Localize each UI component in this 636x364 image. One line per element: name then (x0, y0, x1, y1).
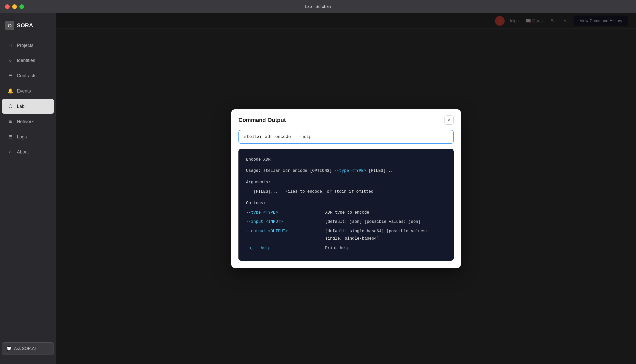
ask-ai-label: Ask SOR.AI (14, 346, 36, 351)
sidebar-item-network-label: Network (17, 119, 34, 124)
logs-icon: ☰ (8, 134, 13, 140)
terminal-output: Encode XDR Usage: stellar xdr encode [OP… (238, 149, 454, 261)
main-content: T tolga 📖 Docs ↻ ☀ View Command History … (56, 13, 636, 364)
modal-overlay: Command Output ✕ Encode XDR Usage: stell… (56, 13, 636, 364)
modal-close-button[interactable]: ✕ (444, 115, 454, 125)
window-controls (5, 4, 24, 9)
logo-text: SORA (17, 22, 33, 29)
sidebar-item-lab-label: Lab (17, 104, 24, 109)
terminal-option-type: --type <TYPE> XDR type to encode (246, 209, 446, 216)
minimize-dot[interactable] (12, 4, 17, 9)
terminal-line-1: Encode XDR (246, 156, 446, 163)
events-icon: 🔔 (8, 88, 13, 94)
sidebar-item-projects[interactable]: □ Projects (2, 38, 54, 53)
ask-ai-icon: 💬 (6, 346, 11, 351)
sidebar-item-network[interactable]: ≋ Network (2, 114, 54, 129)
maximize-dot[interactable] (19, 4, 24, 9)
identities-icon: ○ (8, 58, 13, 63)
command-input[interactable] (238, 130, 454, 144)
sidebar-footer: 💬 Ask SOR.AI (0, 338, 56, 359)
logo-icon: ⬡ (5, 21, 14, 30)
sidebar-item-contracts[interactable]: ☰ Contracts (2, 68, 54, 83)
terminal-option-help: -h, --help Print help (246, 244, 446, 252)
sidebar-item-projects-label: Projects (17, 43, 33, 48)
sidebar-item-about[interactable]: ○ About (2, 145, 54, 159)
titlebar: Lab - Soroban (0, 0, 636, 13)
sidebar-nav: □ Projects ○ Identities ☰ Contracts 🔔 Ev… (0, 38, 56, 160)
projects-icon: □ (8, 43, 13, 48)
sidebar-item-lab[interactable]: ⬡ Lab (2, 99, 54, 114)
app-layout: ⬡ SORA □ Projects ○ Identities ☰ Contrac… (0, 13, 636, 364)
sidebar-item-events[interactable]: 🔔 Events (2, 84, 54, 98)
network-icon: ≋ (8, 119, 13, 124)
sidebar-item-contracts-label: Contracts (17, 73, 36, 79)
terminal-options-label: Options: (246, 200, 446, 207)
command-output-modal: Command Output ✕ Encode XDR Usage: stell… (231, 109, 461, 268)
sidebar-item-logs-label: Logs (17, 134, 27, 140)
window-title: Lab - Soroban (305, 4, 331, 9)
terminal-usage-line: Usage: stellar xdr encode [OPTIONS] --ty… (246, 167, 446, 175)
sidebar-item-identities-label: Identities (17, 58, 35, 63)
sidebar-logo: ⬡ SORA (0, 18, 56, 38)
ask-ai-button[interactable]: 💬 Ask SOR.AI (2, 342, 54, 355)
lab-icon: ⬡ (8, 103, 13, 109)
sidebar: ⬡ SORA □ Projects ○ Identities ☰ Contrac… (0, 13, 56, 364)
about-icon: ○ (8, 149, 13, 155)
contracts-icon: ☰ (8, 73, 13, 79)
terminal-option-output: --output <OUTPUT> [default: single-base6… (246, 228, 446, 242)
sidebar-item-about-label: About (17, 149, 29, 155)
sidebar-item-events-label: Events (17, 88, 31, 94)
modal-title: Command Output (238, 117, 286, 123)
modal-header: Command Output ✕ (231, 109, 461, 130)
close-icon: ✕ (448, 118, 451, 122)
terminal-arguments-label: Arguments: (246, 179, 446, 186)
close-dot[interactable] (5, 4, 10, 9)
sidebar-item-logs[interactable]: ☰ Logs (2, 129, 54, 144)
terminal-option-input: --input <INPUT> [default: json] [possibl… (246, 218, 446, 226)
sidebar-item-identities[interactable]: ○ Identities (2, 53, 54, 68)
terminal-arg1: [FILES]... Files to encode, or stdin if … (246, 188, 446, 196)
